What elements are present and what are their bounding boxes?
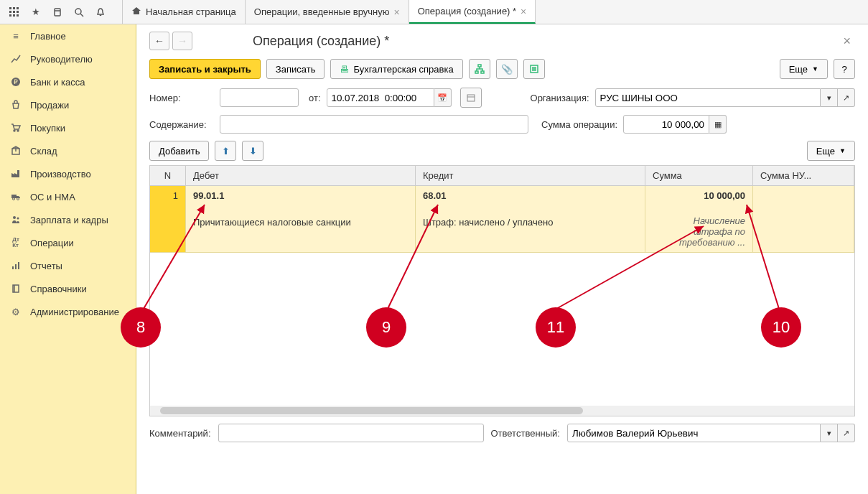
help-button[interactable]: ? bbox=[834, 59, 855, 79]
content-input[interactable] bbox=[220, 115, 528, 134]
credit-account: 68.01 bbox=[423, 190, 638, 215]
org-label: Организация: bbox=[531, 93, 589, 103]
opsum-input[interactable] bbox=[623, 115, 709, 134]
number-label: Номер: bbox=[149, 93, 214, 103]
svg-rect-0 bbox=[9, 7, 11, 9]
attach-button[interactable]: 📎 bbox=[496, 59, 518, 79]
svg-rect-7 bbox=[13, 14, 15, 17]
history-icon[interactable] bbox=[47, 2, 67, 22]
chart-icon bbox=[10, 53, 22, 65]
tab-label: Начальная страница bbox=[146, 6, 236, 17]
sidebar-item-label: Справочники bbox=[30, 284, 87, 294]
sidebar-item-label: Склад bbox=[30, 146, 57, 157]
open-icon[interactable]: ↗ bbox=[838, 424, 855, 442]
accounting-ref-button[interactable]: 🖶Бухгалтерская справка bbox=[330, 59, 462, 79]
menu-icon: ≡ bbox=[10, 30, 22, 42]
svg-point-18 bbox=[17, 198, 19, 200]
sidebar-item-admin[interactable]: ⚙Администрирование bbox=[0, 300, 136, 323]
svg-rect-27 bbox=[481, 71, 484, 73]
sidebar-item-label: ОС и НМА bbox=[30, 192, 75, 202]
sidebar-item-operations[interactable]: ДтКтОперации bbox=[0, 231, 136, 254]
col-debit[interactable]: Дебет bbox=[186, 166, 416, 185]
sidebar-item-warehouse[interactable]: Склад bbox=[0, 139, 136, 162]
tree-button[interactable] bbox=[469, 59, 490, 79]
svg-rect-2 bbox=[17, 7, 19, 9]
button-label: Бухгалтерская справка bbox=[353, 64, 453, 75]
svg-point-10 bbox=[75, 9, 81, 14]
date-input[interactable] bbox=[327, 88, 434, 107]
close-icon[interactable]: × bbox=[394, 6, 400, 18]
sidebar-item-sales[interactable]: Продажи bbox=[0, 93, 136, 116]
sidebar-item-directories[interactable]: Справочники bbox=[0, 277, 136, 300]
col-sumnu[interactable]: Сумма НУ... bbox=[753, 166, 854, 185]
annotation-10: 10 bbox=[761, 307, 801, 348]
number-input[interactable] bbox=[220, 88, 299, 107]
tab-label: Операции, введенные вручную bbox=[254, 6, 390, 17]
dropdown-icon[interactable]: ▾ bbox=[821, 88, 838, 107]
date-extra-button[interactable] bbox=[460, 88, 482, 108]
org-input[interactable] bbox=[595, 88, 821, 107]
button-label: Еще bbox=[816, 146, 835, 157]
sidebar-item-production[interactable]: Производство bbox=[0, 162, 136, 185]
calculator-icon[interactable]: ▦ bbox=[709, 115, 727, 134]
sidebar-item-purchases[interactable]: Покупки bbox=[0, 116, 136, 139]
close-icon[interactable]: × bbox=[521, 6, 526, 17]
sidebar-item-os-nma[interactable]: ОС и НМА bbox=[0, 185, 136, 208]
svg-rect-1 bbox=[13, 7, 15, 9]
table-row[interactable]: 1 99.01.1 Причитающиеся налоговые санкци… bbox=[150, 186, 854, 253]
dropdown-icon[interactable]: ▾ bbox=[821, 424, 838, 442]
save-close-button[interactable]: Записать и закрыть bbox=[149, 59, 261, 79]
from-label: от: bbox=[309, 93, 321, 103]
sidebar-item-manager[interactable]: Руководителю bbox=[0, 47, 136, 70]
forward-button[interactable]: → bbox=[172, 32, 192, 50]
col-sum[interactable]: Сумма bbox=[645, 166, 753, 185]
tab-operations-manual[interactable]: Операции, введенные вручную × bbox=[246, 0, 409, 24]
svg-rect-22 bbox=[15, 264, 17, 269]
svg-rect-5 bbox=[17, 11, 19, 13]
move-down-button[interactable]: ⬇ bbox=[242, 141, 263, 161]
sidebar-item-label: Продажи bbox=[30, 100, 69, 111]
svg-rect-24 bbox=[13, 285, 19, 292]
sum-value: 10 000,00 bbox=[653, 190, 745, 201]
svg-rect-3 bbox=[9, 11, 11, 13]
tab-operation-create[interactable]: Операция (создание) * × bbox=[409, 0, 536, 24]
sidebar-item-bank[interactable]: ₽Банк и касса bbox=[0, 70, 136, 93]
col-n[interactable]: N bbox=[150, 166, 186, 185]
back-button[interactable]: ← bbox=[149, 32, 169, 50]
credit-subconto: Штраф: начислено / уплачено bbox=[423, 215, 638, 228]
content-label: Содержание: bbox=[149, 119, 214, 130]
add-button[interactable]: Добавить bbox=[149, 141, 209, 161]
list-button[interactable] bbox=[523, 59, 545, 79]
apps-icon[interactable] bbox=[4, 2, 24, 22]
more-button[interactable]: Еще▼ bbox=[780, 59, 828, 79]
search-icon[interactable] bbox=[69, 2, 89, 22]
tabs: Начальная страница Операции, введенные в… bbox=[122, 0, 536, 24]
button-label: Еще bbox=[789, 64, 808, 75]
comment-input[interactable] bbox=[218, 424, 484, 442]
sidebar-item-payroll[interactable]: Зарплата и кадры bbox=[0, 208, 136, 231]
bell-icon[interactable] bbox=[90, 2, 111, 22]
svg-rect-6 bbox=[9, 14, 11, 17]
chevron-down-icon: ▼ bbox=[812, 65, 818, 73]
sidebar-item-reports[interactable]: Отчеты bbox=[0, 254, 136, 277]
sidebar-item-label: Операции bbox=[30, 238, 74, 248]
close-icon[interactable]: × bbox=[839, 34, 855, 49]
move-up-button[interactable]: ⬆ bbox=[215, 141, 236, 161]
svg-rect-29 bbox=[467, 95, 475, 101]
col-credit[interactable]: Кредит bbox=[416, 166, 645, 185]
calendar-icon[interactable]: 📅 bbox=[434, 88, 452, 107]
sidebar-item-label: Производство bbox=[30, 169, 91, 180]
annotation-8: 8 bbox=[121, 307, 161, 348]
more-button-2[interactable]: Еще▼ bbox=[807, 141, 855, 161]
clip-icon: 📎 bbox=[501, 64, 513, 75]
save-button[interactable]: Записать bbox=[266, 59, 325, 79]
factory-icon bbox=[10, 168, 22, 180]
sidebar-item-main[interactable]: ≡Главное bbox=[0, 24, 136, 47]
tab-label: Операция (создание) * bbox=[418, 6, 516, 17]
star-icon[interactable]: ★ bbox=[26, 2, 46, 22]
responsible-input[interactable] bbox=[567, 424, 821, 442]
scrollbar-horizontal[interactable] bbox=[150, 406, 854, 416]
page-title: Операция (создание) * bbox=[253, 34, 389, 49]
open-icon[interactable]: ↗ bbox=[838, 88, 855, 107]
tab-home[interactable]: Начальная страница bbox=[122, 0, 246, 24]
